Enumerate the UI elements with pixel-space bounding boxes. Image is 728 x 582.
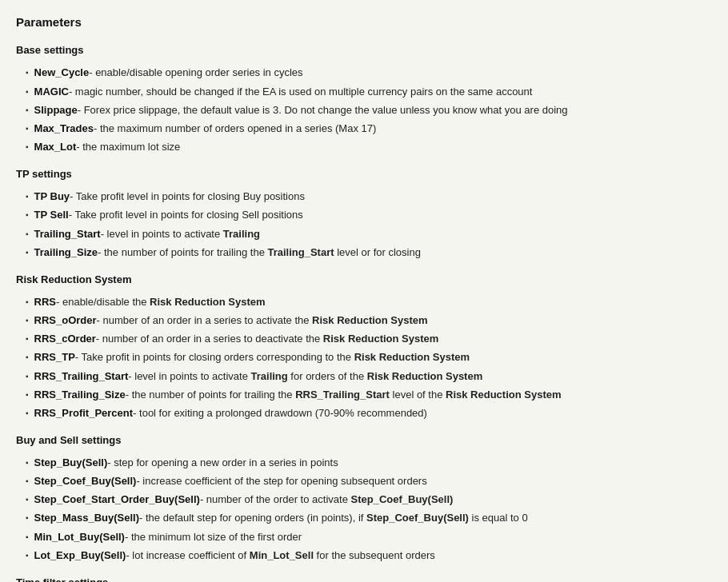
- page-title: Parameters: [16, 13, 712, 31]
- list-item: Step_Buy(Sell) - step for opening a new …: [22, 455, 712, 471]
- param-name: Lot_Exp_Buy(Sell): [34, 548, 126, 564]
- param-desc: - the maximum number of orders opened in…: [94, 121, 376, 137]
- param-name: TP Sell: [34, 207, 69, 223]
- param-desc: - step for opening a new order in a seri…: [107, 455, 338, 471]
- list-item: Max_Trades - the maximum number of order…: [22, 121, 712, 137]
- list-item: Trailing_Start - level in points to acti…: [22, 226, 712, 242]
- param-desc: - lot increase coefficient of Min_Lot_Se…: [126, 548, 434, 564]
- list-item: Trailing_Size - the number of points for…: [22, 245, 712, 261]
- param-name: Step_Mass_Buy(Sell): [34, 510, 140, 526]
- param-desc: - the number of points for trailing the …: [126, 387, 562, 403]
- param-desc: - increase coefficient of the step for o…: [136, 473, 426, 489]
- list-item: RRS - enable/disable the Risk Reduction …: [22, 294, 712, 310]
- param-name: Step_Coef_Buy(Sell): [34, 473, 137, 489]
- list-item: RRS_Trailing_Start - level in points to …: [22, 369, 712, 385]
- param-name: New_Cycle: [34, 65, 90, 81]
- param-name: RRS_Profit_Percent: [34, 405, 134, 421]
- list-item: Step_Coef_Start_Order_Buy(Sell) - number…: [22, 492, 712, 508]
- list-item: Lot_Exp_Buy(Sell) - lot increase coeffic…: [22, 548, 712, 564]
- param-desc: - the maximum lot size: [76, 139, 180, 155]
- param-name: RRS: [34, 294, 56, 310]
- list-item: RRS_oOrder - number of an order in a ser…: [22, 313, 712, 329]
- param-desc: - Take profit in points for closing orde…: [75, 349, 470, 365]
- param-name: Min_Lot_Buy(Sell): [34, 529, 125, 545]
- param-desc: - number of an order in a series to deac…: [96, 331, 439, 347]
- list-item: New_Cycle - enable/disable opening order…: [22, 65, 712, 81]
- param-desc: - level in points to activate Trailing: [101, 226, 260, 242]
- param-name: Trailing_Size: [34, 245, 98, 261]
- list-item: Max_Lot - the maximum lot size: [22, 139, 712, 155]
- param-name: TP Buy: [34, 189, 70, 205]
- param-desc: - number of an order in a series to acti…: [97, 313, 428, 329]
- param-name: Step_Coef_Start_Order_Buy(Sell): [34, 492, 200, 508]
- param-name: RRS_Trailing_Size: [34, 387, 126, 403]
- section-rrs-title: Risk Reduction System: [16, 272, 712, 288]
- param-name: MAGIC: [34, 84, 69, 100]
- section-tp-settings-title: TP settings: [16, 166, 712, 182]
- list-item: Slippage - Forex price slippage, the def…: [22, 102, 712, 118]
- param-name: Max_Trades: [34, 121, 94, 137]
- param-name: Step_Buy(Sell): [34, 455, 108, 471]
- list-item: TP Sell - Take profit level in points fo…: [22, 207, 712, 223]
- param-name: Trailing_Start: [34, 226, 101, 242]
- param-name: RRS_oOrder: [34, 313, 97, 329]
- list-item: RRS_cOrder - number of an order in a ser…: [22, 331, 712, 347]
- section-base-settings-title: Base settings: [16, 42, 712, 58]
- param-desc: - tool for exiting a prolonged drawdown …: [133, 405, 427, 421]
- param-desc: - level in points to activate Trailing f…: [128, 369, 482, 385]
- param-name: RRS_Trailing_Start: [34, 369, 129, 385]
- list-item: TP Buy - Take profit level in points for…: [22, 189, 712, 205]
- list-item: Min_Lot_Buy(Sell) - the minimum lot size…: [22, 529, 712, 545]
- param-desc: - the default step for opening orders (i…: [139, 510, 528, 526]
- param-desc: - Forex price slippage, the default valu…: [78, 102, 568, 118]
- base-settings-list: New_Cycle - enable/disable opening order…: [22, 65, 712, 155]
- param-desc: - enable/disable the Risk Reduction Syst…: [56, 294, 266, 310]
- content: Base settings New_Cycle - enable/disable…: [16, 42, 712, 582]
- param-desc: - the number of points for trailing the …: [98, 245, 421, 261]
- param-desc: - Take profit level in points for closin…: [70, 189, 305, 205]
- tp-settings-list: TP Buy - Take profit level in points for…: [22, 189, 712, 261]
- param-desc: - magic number, should be changed if the…: [69, 84, 533, 100]
- param-name: RRS_TP: [34, 349, 75, 365]
- param-name: Max_Lot: [34, 139, 77, 155]
- list-item: RRS_Trailing_Size - the number of points…: [22, 387, 712, 403]
- param-desc: - Take profit level in points for closin…: [69, 207, 303, 223]
- section-buy-sell-title: Buy and Sell settings: [16, 433, 712, 448]
- buy-sell-list: Step_Buy(Sell) - step for opening a new …: [22, 455, 712, 564]
- rrs-list: RRS - enable/disable the Risk Reduction …: [22, 294, 712, 421]
- list-item: Step_Mass_Buy(Sell) - the default step f…: [22, 510, 712, 526]
- param-desc: - number of the order to activate Step_C…: [200, 492, 453, 508]
- list-item: Step_Coef_Buy(Sell) - increase coefficie…: [22, 473, 712, 489]
- list-item: RRS_TP - Take profit in points for closi…: [22, 349, 712, 365]
- list-item: MAGIC - magic number, should be changed …: [22, 84, 712, 100]
- param-name: RRS_cOrder: [34, 331, 96, 347]
- section-time-filter-title: Time filter settings: [16, 575, 712, 582]
- param-name: Slippage: [34, 102, 78, 118]
- param-desc: - the minimum lot size of the first orde…: [125, 529, 302, 545]
- param-desc: - enable/disable opening order series in…: [89, 65, 302, 81]
- list-item: RRS_Profit_Percent - tool for exiting a …: [22, 405, 712, 421]
